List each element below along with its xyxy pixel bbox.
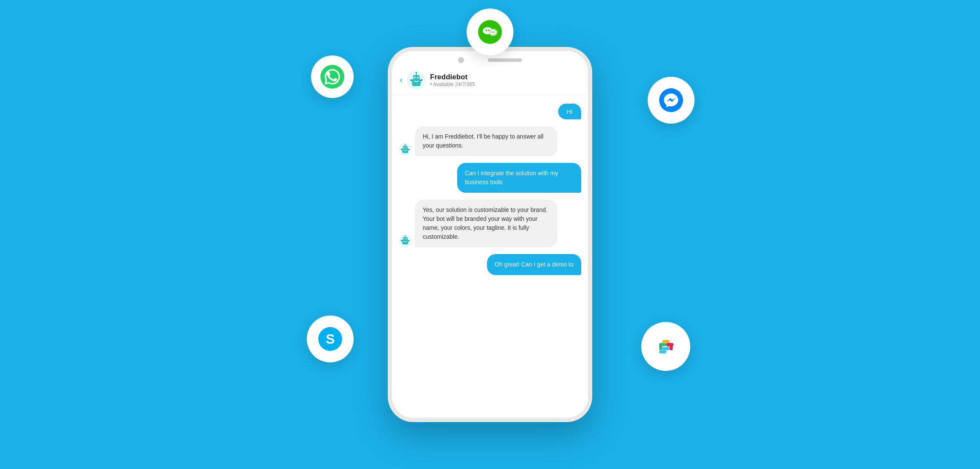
skype-icon: S (307, 316, 354, 362)
user-message-partial: Oh great! Can I get a demo to (487, 254, 581, 275)
svg-point-12 (654, 335, 678, 359)
messenger-icon (648, 77, 695, 124)
svg-point-26 (415, 77, 415, 78)
wechat-icon (467, 9, 513, 55)
phone-camera (458, 57, 464, 63)
svg-rect-41 (401, 149, 402, 150)
message-hi: Hi (558, 104, 581, 119)
user-message-1: Can I integrate the solution with my bus… (457, 163, 581, 193)
svg-text:S: S (326, 331, 334, 347)
bot-mini-avatar-1 (399, 143, 412, 156)
phone: ‹ (388, 47, 592, 422)
bot-mini-avatar-2 (399, 234, 412, 247)
bot-message-1: Hi, I am Freddiebot. I'll be happy to an… (415, 126, 557, 156)
bot-avatar-icon (407, 71, 426, 90)
svg-point-40 (404, 144, 406, 145)
bot-status: Available 24/7/365 (430, 81, 475, 87)
svg-point-38 (406, 148, 407, 148)
phone-speaker (488, 58, 522, 62)
svg-point-6 (488, 29, 490, 31)
back-button[interactable]: ‹ (400, 75, 403, 86)
svg-point-8 (493, 32, 495, 33)
svg-rect-19 (662, 347, 669, 350)
svg-rect-20 (659, 350, 666, 353)
svg-rect-14 (659, 343, 666, 346)
svg-point-9 (659, 88, 683, 112)
svg-point-0 (320, 65, 344, 89)
svg-point-5 (486, 29, 487, 31)
svg-point-7 (492, 32, 493, 33)
svg-rect-52 (401, 240, 402, 241)
bot-name: Freddiebot (430, 73, 475, 81)
slack-icon (641, 322, 690, 371)
svg-rect-42 (408, 149, 409, 150)
svg-point-49 (406, 239, 407, 240)
svg-point-48 (404, 239, 405, 240)
svg-point-27 (418, 77, 419, 78)
bot-message-row-2: Yes, our solution is customizable to you… (399, 200, 581, 247)
svg-rect-53 (408, 240, 409, 241)
svg-point-37 (404, 148, 405, 148)
svg-point-4 (490, 30, 497, 35)
svg-rect-30 (410, 79, 412, 81)
svg-rect-31 (421, 79, 422, 81)
chat-header: ‹ (392, 67, 588, 95)
chat-body: Hi (392, 95, 588, 418)
whatsapp-icon (311, 55, 354, 98)
bot-message-row-1: Hi, I am Freddiebot. I'll be happy to an… (399, 126, 581, 156)
svg-rect-18 (669, 343, 672, 350)
svg-point-29 (415, 72, 417, 74)
bot-message-2: Yes, our solution is customizable to you… (415, 200, 557, 247)
scene: S (298, 21, 682, 448)
svg-point-51 (404, 235, 406, 236)
bot-info: Freddiebot Available 24/7/365 (430, 73, 475, 87)
